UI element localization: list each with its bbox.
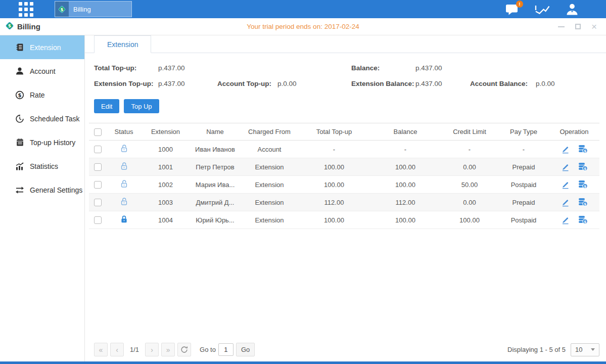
row-checkbox[interactable] — [94, 216, 102, 224]
page-indicator: 1/1 — [130, 346, 139, 353]
account-icon — [15, 67, 24, 76]
cell-credit-limit: 50.00 — [441, 181, 498, 189]
topup-coins-icon[interactable]: $ — [578, 180, 588, 189]
cell-extension: 1003 — [142, 199, 190, 206]
sidebar-item-topup-history[interactable]: Top-up History — [0, 130, 84, 154]
resource-monitor-icon[interactable] — [535, 4, 550, 15]
sidebar-item-account[interactable]: Account — [0, 59, 84, 83]
top-up-button[interactable]: Top Up — [124, 99, 159, 113]
edit-pencil-icon[interactable] — [561, 198, 570, 207]
topup-history-icon — [15, 138, 24, 147]
account-topup-value: p.0.00 — [277, 76, 297, 92]
page-size-select[interactable]: 10 — [571, 343, 599, 356]
cell-pay-type: Prepaid — [498, 199, 549, 206]
edit-pencil-icon[interactable] — [561, 145, 570, 154]
goto-label: Go to — [200, 346, 216, 353]
table-row: 1002 Мария Ива... Extension 100.00 100.0… — [89, 176, 599, 194]
cell-extension: 1004 — [142, 216, 190, 224]
first-page-button[interactable]: « — [94, 343, 108, 356]
row-checkbox[interactable] — [94, 199, 102, 206]
cell-name: Дмитрий Д... — [190, 199, 241, 206]
row-checkbox[interactable] — [94, 163, 102, 171]
topup-coins-icon[interactable]: $ — [578, 145, 588, 154]
svg-text:$: $ — [584, 149, 586, 153]
sidebar-item-label: Rate — [30, 91, 45, 99]
cell-charged-from: Extension — [241, 163, 298, 171]
row-checkbox[interactable] — [94, 146, 102, 153]
notifications-icon[interactable]: ! — [505, 4, 519, 15]
tab-extension[interactable]: Extension — [94, 35, 151, 53]
topup-coins-icon[interactable]: $ — [578, 198, 588, 207]
close-button[interactable]: × — [591, 23, 597, 31]
minimize-button[interactable] — [558, 23, 565, 31]
taskbar-tab-label: Billing — [73, 6, 91, 13]
trial-notice: Your trial period ends on: 2017-02-24 — [247, 23, 359, 30]
svg-text:$: $ — [584, 220, 586, 224]
cell-extension: 1000 — [142, 146, 190, 153]
header-name: Name — [190, 128, 241, 135]
header-balance: Balance — [370, 128, 441, 135]
extension-topup-label: Extension Top-up: — [94, 76, 154, 92]
sidebar-item-label: Top-up History — [30, 139, 75, 147]
cell-pay-type: - — [498, 146, 549, 153]
window-bottom-edge — [0, 361, 606, 364]
cell-extension: 1002 — [142, 181, 190, 189]
apps-grid-icon[interactable] — [19, 2, 33, 17]
balance-summary: Total Top-up: p.437.00 Balance: p.437.00… — [85, 60, 606, 92]
billing-app-icon: $ — [55, 2, 69, 17]
svg-text:$: $ — [61, 7, 64, 12]
extension-balance-label: Extension Balance: — [351, 76, 414, 92]
refresh-icon[interactable] — [177, 343, 191, 356]
edit-button[interactable]: Edit — [94, 99, 119, 113]
last-page-button[interactable]: » — [161, 343, 175, 356]
sidebar-item-general-settings[interactable]: General Settings — [0, 178, 84, 202]
cell-name: Мария Ива... — [190, 181, 241, 189]
cell-credit-limit: 0.00 — [441, 199, 498, 206]
edit-pencil-icon[interactable] — [561, 180, 570, 189]
edit-pencil-icon[interactable] — [561, 216, 570, 224]
edit-pencil-icon[interactable] — [561, 163, 570, 171]
taskbar-tab-billing[interactable]: $ Billing — [55, 1, 132, 17]
window-controls: × — [558, 23, 606, 31]
status-lock-icon — [120, 200, 128, 207]
maximize-button[interactable] — [575, 23, 581, 31]
pagination-bar: « ‹ 1/1 › » Go to Go Displaying 1 - 5 of… — [94, 343, 599, 356]
header-operation: Operation — [549, 128, 599, 135]
cell-balance: 100.00 — [370, 216, 441, 224]
extension-icon — [15, 43, 24, 52]
svg-text:$: $ — [584, 185, 586, 189]
sidebar-item-scheduled-task[interactable]: Scheduled Task — [0, 107, 84, 130]
sidebar-item-rate[interactable]: $ Rate — [0, 83, 84, 107]
select-all-checkbox[interactable] — [94, 128, 102, 136]
goto-page-input[interactable] — [218, 343, 234, 356]
window-title-group: $ Billing — [5, 21, 40, 32]
sidebar-item-extension[interactable]: Extension — [0, 35, 84, 59]
row-checkbox[interactable] — [94, 181, 102, 189]
user-account-icon[interactable] — [566, 3, 579, 15]
window-title: Billing — [17, 22, 40, 31]
topup-coins-icon[interactable]: $ — [578, 162, 588, 171]
prev-page-button[interactable]: ‹ — [110, 343, 124, 356]
account-balance-label: Account Balance: — [470, 76, 528, 92]
billing-app-window: $ Billing ! $ Billing Your trial period … — [0, 0, 606, 364]
sidebar-item-label: General Settings — [30, 186, 82, 194]
cell-total-topup: 100.00 — [298, 181, 370, 189]
cell-credit-limit: 100.00 — [441, 216, 498, 224]
table-row: 1001 Петр Петров Extension 100.00 100.00… — [89, 158, 599, 176]
go-button[interactable]: Go — [236, 343, 255, 356]
topup-coins-icon[interactable]: $ — [578, 215, 588, 224]
cell-total-topup: - — [298, 146, 370, 153]
header-total-topup: Total Top-up — [298, 128, 370, 135]
sidebar-item-statistics[interactable]: Statistics — [0, 154, 84, 178]
cell-charged-from: Account — [241, 146, 298, 153]
cell-charged-from: Extension — [241, 181, 298, 189]
cell-pay-type: Postpaid — [498, 181, 549, 189]
status-lock-icon — [120, 164, 128, 172]
next-page-button[interactable]: › — [145, 343, 159, 356]
total-topup-label: Total Top-up: — [94, 60, 136, 76]
taskbar-right-icons: ! — [505, 3, 606, 15]
cell-credit-limit: 0.00 — [441, 163, 498, 171]
scheduled-task-icon — [15, 114, 24, 123]
cell-pay-type: Prepaid — [498, 163, 549, 171]
svg-text:$: $ — [8, 23, 11, 28]
